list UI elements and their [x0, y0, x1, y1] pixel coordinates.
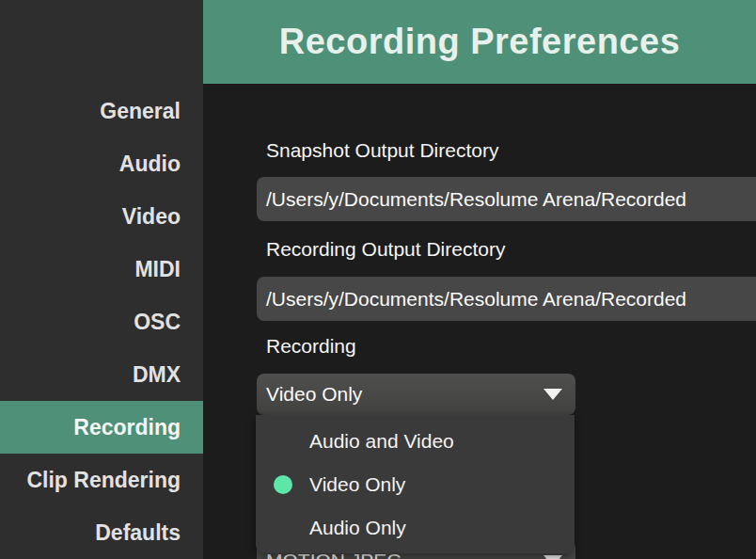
menu-option-label: Video Only	[309, 473, 405, 496]
menu-option-video-only[interactable]: Video Only	[256, 463, 575, 506]
recording-output-directory-label: Recording Output Directory	[266, 238, 505, 261]
preferences-window: General Audio Video MIDI OSC DMX Recordi…	[0, 0, 756, 559]
menu-option-label: Audio Only	[309, 517, 406, 539]
menu-option-label: Audio and Video	[309, 430, 454, 453]
recording-output-directory-value: /Users/y/Documents/Resolume Arena/Record…	[266, 288, 686, 311]
recording-mode-label: Recording	[266, 335, 356, 358]
content-panel: Snapshot Output Directory /Users/y/Docum…	[0, 0, 756, 559]
recording-mode-select[interactable]: Video Only	[257, 374, 575, 415]
snapshot-output-directory-value: /Users/y/Documents/Resolume Arena/Record…	[266, 188, 686, 211]
bullet-slot	[256, 475, 309, 494]
menu-option-audio-and-video[interactable]: Audio and Video	[256, 420, 575, 463]
snapshot-output-directory-label: Snapshot Output Directory	[266, 139, 498, 162]
recording-output-directory-field[interactable]: /Users/y/Documents/Resolume Arena/Record…	[257, 277, 756, 321]
recording-mode-value: Video Only	[266, 383, 543, 406]
chevron-down-icon	[543, 555, 562, 559]
recording-mode-menu: Audio and Video Video Only Audio Only	[256, 415, 575, 553]
chevron-down-icon	[543, 389, 562, 400]
snapshot-output-directory-field[interactable]: /Users/y/Documents/Resolume Arena/Record…	[257, 177, 756, 221]
menu-option-audio-only[interactable]: Audio Only	[256, 506, 575, 550]
selected-option-dot-icon	[274, 475, 292, 494]
